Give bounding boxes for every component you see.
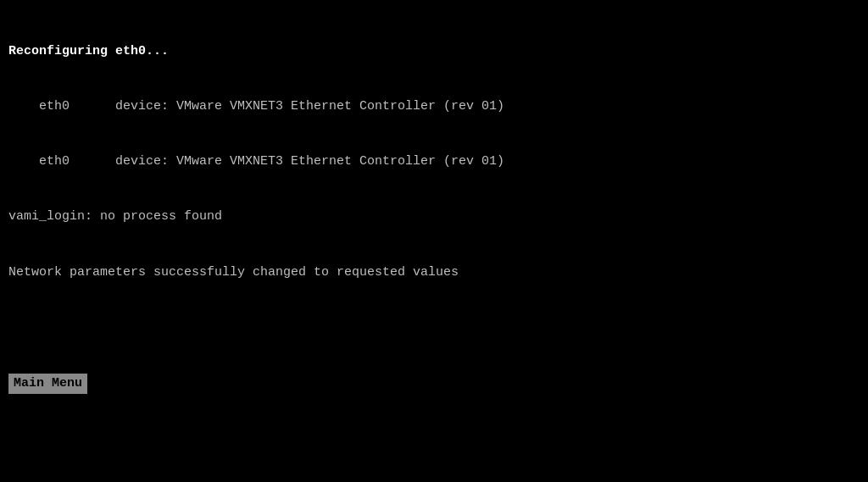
blank-line-2	[8, 430, 860, 449]
eth0-line2: eth0 device: VMware VMXNET3 Ethernet Con…	[8, 152, 860, 171]
main-menu-line: Main Menu	[8, 374, 860, 394]
blank-line-1	[8, 319, 860, 337]
network-params-line: Network parameters successfully changed …	[8, 263, 860, 282]
terminal-window: Reconfiguring eth0... eth0 device: VMwar…	[0, 0, 868, 482]
reconfig-line: Reconfiguring eth0...	[8, 42, 860, 61]
eth0-line1: eth0 device: VMware VMXNET3 Ethernet Con…	[8, 97, 860, 116]
vami-login-line: vami_login: no process found	[8, 208, 860, 226]
main-menu-label: Main Menu	[8, 374, 87, 394]
